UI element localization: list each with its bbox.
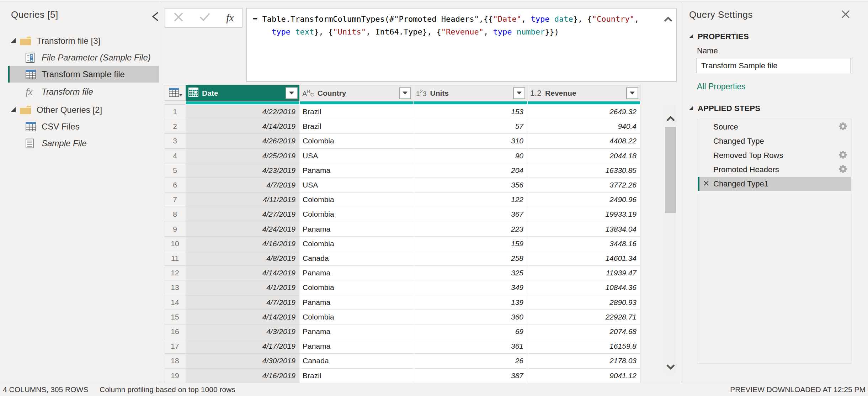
applied-step-changed-type[interactable]: Changed Type bbox=[698, 134, 851, 148]
data-cell[interactable]: 940.4 bbox=[527, 119, 640, 134]
row-number-cell[interactable]: 9 bbox=[164, 222, 186, 237]
data-cell[interactable]: 325 bbox=[413, 266, 527, 280]
column-type-date-icon[interactable] bbox=[188, 88, 198, 99]
applied-step-removed-top-rows[interactable]: Removed Top Rows bbox=[698, 148, 851, 163]
add-step-fx-button[interactable]: fx bbox=[226, 12, 234, 24]
data-cell[interactable]: USA bbox=[299, 178, 413, 192]
query-tree-item-other-queries-2[interactable]: Other Queries [2] bbox=[0, 101, 162, 118]
data-cell[interactable]: 4/26/2019 bbox=[186, 134, 299, 148]
row-number-cell[interactable]: 12 bbox=[164, 266, 186, 280]
row-number-cell[interactable]: 10 bbox=[164, 237, 186, 251]
all-properties-link[interactable]: All Properties bbox=[697, 82, 746, 91]
row-number-cell[interactable]: 4 bbox=[164, 149, 186, 163]
data-cell[interactable]: 4/14/2019 bbox=[186, 266, 299, 280]
data-cell[interactable]: 16159.8 bbox=[527, 339, 640, 354]
tree-expand-icon[interactable] bbox=[11, 107, 16, 112]
applied-steps-collapse-icon[interactable] bbox=[689, 106, 693, 110]
data-cell[interactable]: 22928.71 bbox=[527, 310, 640, 324]
data-cell[interactable]: 4/8/2019 bbox=[186, 251, 299, 266]
row-number-cell[interactable]: 7 bbox=[164, 192, 186, 207]
scroll-down-icon[interactable] bbox=[666, 364, 675, 370]
data-cell[interactable]: 139 bbox=[413, 295, 527, 310]
formula-text[interactable]: = Table.TransformColumnTypes(#"Promoted … bbox=[253, 13, 665, 38]
data-cell[interactable]: Panama bbox=[299, 163, 413, 178]
data-cell[interactable]: Canada bbox=[299, 251, 413, 266]
row-number-cell[interactable]: 8 bbox=[164, 207, 186, 222]
data-cell[interactable]: 4/25/2019 bbox=[186, 149, 299, 163]
data-cell[interactable]: 4/30/2019 bbox=[186, 354, 299, 368]
data-cell[interactable]: 361 bbox=[413, 339, 527, 354]
tree-expand-icon[interactable] bbox=[11, 38, 16, 43]
column-type-whole-icon[interactable]: 123 bbox=[416, 88, 427, 98]
data-cell[interactable]: 69 bbox=[413, 324, 527, 339]
query-tree-item-file-parameter-sample-file[interactable]: File Parameter (Sample File) bbox=[0, 49, 162, 66]
column-filter-dropdown[interactable] bbox=[626, 87, 638, 99]
data-cell[interactable]: 2044.18 bbox=[527, 149, 640, 163]
data-cell[interactable]: 13834.04 bbox=[527, 222, 640, 237]
row-number-cell[interactable]: 3 bbox=[164, 134, 186, 148]
data-cell[interactable]: 153 bbox=[413, 105, 527, 119]
data-cell[interactable]: 3448.16 bbox=[527, 237, 640, 251]
data-cell[interactable]: 4408.22 bbox=[527, 134, 640, 148]
data-cell[interactable]: Colombia bbox=[299, 280, 413, 295]
data-cell[interactable]: 204 bbox=[413, 163, 527, 178]
data-cell[interactable]: 310 bbox=[413, 134, 527, 148]
row-number-cell[interactable]: 13 bbox=[164, 280, 186, 295]
query-name-input[interactable] bbox=[697, 58, 851, 73]
column-filter-dropdown[interactable] bbox=[286, 87, 298, 99]
query-tree-item-transform-file-3[interactable]: Transform file [3] bbox=[0, 32, 162, 49]
query-tree-item-csv-files[interactable]: CSV Files bbox=[0, 118, 162, 135]
data-cell[interactable]: 4/7/2019 bbox=[186, 295, 299, 310]
collapse-queries-pane-button[interactable] bbox=[150, 11, 160, 23]
data-cell[interactable]: Colombia bbox=[299, 207, 413, 222]
data-cell[interactable]: 90 bbox=[413, 149, 527, 163]
data-cell[interactable]: 2890.93 bbox=[527, 295, 640, 310]
column-filter-dropdown[interactable] bbox=[399, 87, 411, 99]
data-cell[interactable]: 4/14/2019 bbox=[186, 310, 299, 324]
scroll-up-icon[interactable] bbox=[666, 116, 675, 122]
data-cell[interactable]: 387 bbox=[413, 369, 527, 383]
data-cell[interactable]: Panama bbox=[299, 339, 413, 354]
applied-step-changed-type1[interactable]: Changed Type1 bbox=[698, 177, 851, 191]
formula-commit-icon[interactable] bbox=[199, 12, 210, 23]
applied-step-promoted-headers[interactable]: Promoted Headers bbox=[698, 163, 851, 177]
data-cell[interactable]: 367 bbox=[413, 207, 527, 222]
row-number-cell[interactable]: 1 bbox=[164, 105, 186, 119]
data-cell[interactable]: 2490.96 bbox=[527, 192, 640, 207]
data-cell[interactable]: 223 bbox=[413, 222, 527, 237]
row-number-cell[interactable]: 19 bbox=[164, 369, 186, 383]
data-cell[interactable]: 3772.26 bbox=[527, 178, 640, 192]
data-cell[interactable]: Brazil bbox=[299, 105, 413, 119]
properties-collapse-icon[interactable] bbox=[689, 34, 693, 38]
data-cell[interactable]: Panama bbox=[299, 222, 413, 237]
data-cell[interactable]: 4/23/2019 bbox=[186, 163, 299, 178]
data-cell[interactable]: 159 bbox=[413, 237, 527, 251]
row-number-cell[interactable]: 2 bbox=[164, 119, 186, 134]
scrollbar-thumb[interactable] bbox=[665, 127, 676, 213]
data-cell[interactable]: 4/16/2019 bbox=[186, 369, 299, 383]
data-cell[interactable]: 2649.32 bbox=[527, 105, 640, 119]
data-cell[interactable]: Panama bbox=[299, 295, 413, 310]
column-type-text-icon[interactable]: ABC bbox=[302, 89, 314, 98]
row-number-cell[interactable]: 6 bbox=[164, 178, 186, 192]
data-cell[interactable]: Panama bbox=[299, 324, 413, 339]
data-cell[interactable]: 122 bbox=[413, 192, 527, 207]
step-settings-gear-icon[interactable] bbox=[839, 165, 847, 175]
row-number-cell[interactable]: 14 bbox=[164, 295, 186, 310]
row-number-cell[interactable]: 16 bbox=[164, 324, 186, 339]
formula-bar[interactable]: = Table.TransformColumnTypes(#"Promoted … bbox=[246, 8, 677, 82]
data-cell[interactable]: 14601.34 bbox=[527, 251, 640, 266]
data-cell[interactable]: 2178.03 bbox=[527, 354, 640, 368]
data-cell[interactable]: 4/11/2019 bbox=[186, 192, 299, 207]
data-cell[interactable]: 10844.36 bbox=[527, 280, 640, 295]
column-type-decimal-icon[interactable]: 1.2 bbox=[530, 89, 542, 98]
data-cell[interactable]: 9041.12 bbox=[527, 369, 640, 383]
data-cell[interactable]: USA bbox=[299, 149, 413, 163]
data-cell[interactable]: 19933.19 bbox=[527, 207, 640, 222]
query-tree-item-sample-file[interactable]: Sample File bbox=[0, 135, 162, 152]
data-cell[interactable]: 356 bbox=[413, 178, 527, 192]
row-number-cell[interactable]: 15 bbox=[164, 310, 186, 324]
query-tree-item-transform-sample-file[interactable]: Transform Sample file bbox=[0, 66, 162, 83]
data-cell[interactable]: 11939.47 bbox=[527, 266, 640, 280]
column-header-date[interactable]: Date bbox=[186, 85, 299, 101]
